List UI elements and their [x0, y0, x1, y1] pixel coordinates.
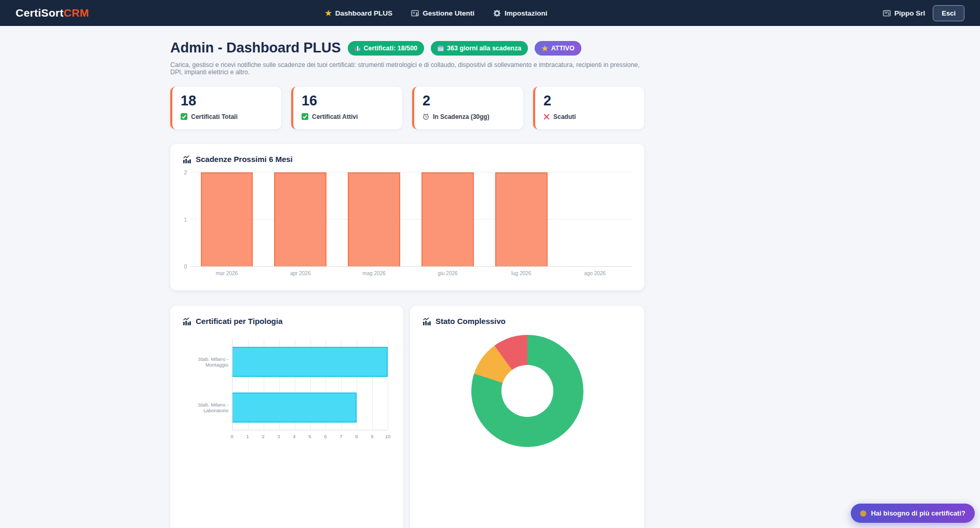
bar[interactable]	[201, 172, 253, 266]
stat-value: 2	[543, 93, 636, 109]
calendar-icon	[438, 45, 444, 51]
chart-title: Certificati per Tipologia	[196, 317, 282, 326]
stat-card-attivi: 16 Certificati Attivi	[291, 87, 402, 129]
stat-label-text: Scaduti	[553, 113, 576, 120]
bar[interactable]	[348, 172, 400, 266]
company-name-label: Pippo Srl	[894, 9, 925, 17]
stat-label-text: In Scadenza (30gg)	[433, 113, 489, 120]
navbar-right: Pippo Srl Esci	[883, 5, 964, 21]
bar-chart-icon	[355, 45, 361, 51]
chart-title-row: Stato Complessivo	[423, 317, 632, 326]
x-tick-label: 6	[324, 434, 326, 439]
stat-value: 18	[181, 93, 273, 109]
stato-chart-card: Stato Complessivo	[410, 306, 644, 528]
bar[interactable]	[421, 172, 474, 266]
chart-icon	[423, 317, 431, 326]
chart-title: Scadenze Prossimi 6 Mesi	[196, 155, 293, 164]
page-title: Admin - Dashboard PLUS	[170, 40, 341, 56]
badge-label: Certificati: 18/500	[364, 45, 418, 52]
main-content: Admin - Dashboard PLUS Certificati: 18/5…	[170, 26, 644, 528]
doughnut-chart[interactable]	[471, 335, 583, 447]
x-tick-label: 7	[339, 434, 342, 439]
bar-slot	[264, 172, 337, 266]
logout-button[interactable]: Esci	[933, 5, 964, 21]
chart-icon	[183, 155, 191, 164]
bars-layer	[190, 172, 632, 266]
bar-slot	[190, 172, 264, 266]
x-tick-label: mag 2026	[337, 270, 411, 276]
main-navigation: ★ Dashboard PLUS Gestione Utenti Imposta…	[325, 9, 547, 17]
x-tick-label: 3	[277, 434, 280, 439]
x-tick-label: mar 2026	[190, 270, 264, 276]
category-label: Stab. Milano - Montaggio	[183, 339, 232, 385]
chat-dot-icon	[860, 510, 866, 517]
x-tick-label: 8	[355, 434, 358, 439]
monthly-chart: 012 mar 2026apr 2026mag 2026giu 2026lug …	[183, 172, 632, 276]
stat-card-scaduti: 2 Scaduti	[533, 87, 644, 129]
chart-title: Stato Complessivo	[435, 317, 506, 326]
x-tick-label: apr 2026	[264, 270, 337, 276]
chart-title-row: Certificati per Tipologia	[183, 317, 391, 326]
nav-item-label: Gestione Utenti	[423, 9, 474, 17]
page-subtitle: Carica, gestisci e ricevi notifiche sull…	[170, 61, 644, 76]
badge-label: ATTIVO	[551, 45, 575, 52]
tipologia-chart-xaxis: 012345678910	[232, 434, 388, 441]
top-navbar: CertiSortCRM ★ Dashboard PLUS Gestione U…	[0, 0, 980, 26]
brand-suffix: CRM	[64, 7, 89, 19]
bar[interactable]	[274, 172, 326, 266]
gridline	[388, 339, 388, 430]
bar-slot	[558, 172, 632, 266]
x-tick-label: 2	[262, 434, 264, 439]
nav-item-dashboard-plus[interactable]: ★ Dashboard PLUS	[325, 9, 392, 17]
tipologia-chart-labels: Stab. Milano - MontaggioStab. Milano - L…	[183, 339, 232, 441]
company-icon	[883, 9, 891, 17]
x-tick-label: 4	[293, 434, 295, 439]
chat-help-label: Hai bisogno di più certificati?	[871, 509, 965, 517]
users-icon	[411, 9, 419, 17]
chart-title-row: Scadenze Prossimi 6 Mesi	[183, 155, 632, 164]
brand-logo[interactable]: CertiSortCRM	[16, 7, 89, 19]
clock-icon	[423, 113, 429, 120]
y-tick-label: 2	[184, 170, 187, 175]
stats-row: 18 Certificati Totali 16 Certificati Att…	[170, 87, 644, 129]
bottom-row: Certificati per Tipologia Stab. Milano -…	[170, 306, 644, 528]
stat-card-totali: 18 Certificati Totali	[170, 87, 281, 129]
x-tick-label: giu 2026	[411, 270, 484, 276]
stat-label-text: Certificati Attivi	[312, 113, 358, 120]
chat-help-button[interactable]: Hai bisogno di più certificati?	[851, 504, 975, 523]
certificates-count-badge: Certificati: 18/500	[348, 41, 425, 56]
x-tick-label: lug 2026	[484, 270, 558, 276]
check-icon	[181, 113, 187, 120]
monthly-chart-xaxis: mar 2026apr 2026mag 2026giu 2026lug 2026…	[190, 270, 632, 276]
x-icon	[543, 114, 550, 120]
stat-card-in-scadenza: 2 In Scadenza (30gg)	[412, 87, 523, 129]
nav-item-impostazioni[interactable]: Impostazioni	[493, 9, 548, 17]
bar[interactable]	[233, 392, 357, 423]
bar[interactable]	[495, 172, 548, 266]
x-tick-label: 1	[246, 434, 249, 439]
category-label: Stab. Milano - Laboratorio	[183, 385, 232, 430]
title-row: Admin - Dashboard PLUS Certificati: 18/5…	[170, 40, 644, 56]
badge-label: 363 giorni alla scadenza	[447, 45, 521, 52]
nav-item-label: Dashboard PLUS	[335, 9, 392, 17]
tipologia-chart: Stab. Milano - MontaggioStab. Milano - L…	[183, 339, 391, 441]
tipologia-chart-card: Certificati per Tipologia Stab. Milano -…	[170, 306, 403, 528]
x-tick-label: ago 2026	[558, 270, 632, 276]
check-icon	[302, 113, 308, 120]
y-tick-label: 0	[184, 264, 187, 269]
stat-label-text: Certificati Totali	[191, 113, 238, 120]
bar-slot	[337, 172, 411, 266]
status-badge: ★ ATTIVO	[535, 41, 581, 56]
expiry-days-badge: 363 giorni alla scadenza	[431, 41, 528, 56]
tipologia-chart-plot[interactable]	[232, 339, 388, 430]
brand-name: CertiSort	[16, 7, 64, 19]
stat-value: 2	[423, 93, 515, 109]
monthly-chart-plot[interactable]: 012	[190, 172, 632, 267]
gear-icon	[493, 9, 501, 17]
monthly-expiry-chart-card: Scadenze Prossimi 6 Mesi 012 mar 2026apr…	[170, 144, 644, 290]
nav-item-gestione-utenti[interactable]: Gestione Utenti	[411, 9, 474, 17]
bar-slot	[411, 172, 484, 266]
x-tick-label: 9	[371, 434, 373, 439]
bar[interactable]	[233, 347, 388, 377]
x-tick-label: 5	[308, 434, 311, 439]
